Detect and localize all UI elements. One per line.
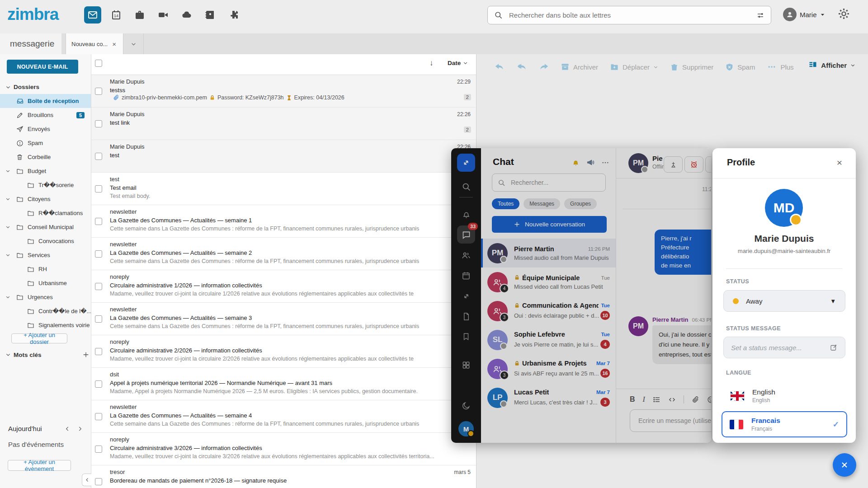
alarm-clock-button[interactable] [684,156,703,173]
mail-list-row[interactable]: tresor mars 5 Bordereau de mandats de pa… [91,465,476,488]
sidebar-folder[interactable]: Services [0,248,91,262]
close-chat-fab[interactable] [833,453,856,477]
chevron-down-icon[interactable] [5,197,12,202]
sidebar-folder[interactable]: Brouillons 5 [0,108,91,122]
cloud-app-button[interactable] [178,6,195,23]
calendar-app-button[interactable]: 14 [108,6,125,23]
user-menu[interactable]: Marie [783,8,825,21]
sidebar-folder[interactable]: Envoyés [0,122,91,136]
code-button[interactable] [668,396,676,404]
mail-list-row[interactable]: Marie Dupuis 22:29 testss zimbra10-priv-… [91,75,476,108]
sidebar-folder[interactable]: Convocations [0,234,91,248]
more-button[interactable]: Plus [767,62,793,71]
conversation-item[interactable]: 3 Urbanisme & Projets Mar 7 Si avis ABF … [481,354,616,383]
files-rail-icon[interactable] [457,307,475,325]
row-checkbox[interactable] [95,478,102,485]
attach-button[interactable] [692,396,699,404]
emoji-button[interactable] [707,396,711,404]
sidebar-folder[interactable]: Tr��sorerie [0,178,91,192]
language-option-english[interactable]: English English [723,384,845,408]
row-checkbox[interactable] [95,88,102,95]
mail-list-row[interactable]: Marie Dupuis 22:26 test 2 [91,140,476,173]
row-checkbox[interactable] [95,348,102,355]
filter-all-pill[interactable]: Toutes [492,198,519,209]
add-folder-button[interactable]: + Ajouter un dossier [11,333,67,343]
mail-list-row[interactable]: test Test email Test email body. [91,173,476,205]
row-checkbox[interactable] [95,218,102,225]
chevron-down-icon[interactable] [5,295,12,300]
add-event-button[interactable]: + Ajouter un évènement [8,460,71,471]
row-checkbox[interactable] [95,120,102,127]
spam-button[interactable]: Spam [725,63,755,71]
new-conversation-button[interactable]: Nouvelle conversation [492,216,607,233]
row-checkbox[interactable] [95,283,102,290]
contacts-rail-icon[interactable] [457,246,475,264]
row-checkbox[interactable] [95,315,102,323]
sidebar-folder[interactable]: Spam [0,136,91,150]
sidebar-folder[interactable]: RH [0,262,91,276]
row-checkbox[interactable] [95,413,102,420]
move-button[interactable]: Déplacer [610,62,658,71]
sidebar-folder[interactable]: Citoyens [0,192,91,206]
sidebar-folder[interactable]: Urgences [0,290,91,304]
bold-button[interactable]: B [630,395,635,404]
chat-search-input[interactable] [510,178,600,187]
mail-list-row[interactable]: Marie Dupuis 22:26 test link 2 [91,108,476,140]
message-input[interactable]: Ecrire un message (utilisez @ [630,409,711,432]
row-checkbox[interactable] [95,153,102,160]
chat-menu-icon[interactable] [601,159,609,167]
conversation-item[interactable]: 3 Communication & Agenda Tue Oui : devis… [481,296,616,325]
reply-button[interactable] [495,62,505,72]
tab-close-icon[interactable]: × [112,40,116,48]
tab-nouveau-courriel[interactable]: Nouveau co... × [66,33,123,54]
archive-button[interactable]: Archiver [561,62,598,71]
sidebar-folder[interactable]: Boîte de réception [0,94,91,108]
chat-search-rail-icon[interactable] [457,178,475,196]
filter-messages-pill[interactable]: Messages [524,198,560,209]
row-checkbox[interactable] [95,380,102,388]
sidebar-folder[interactable]: Conseil Municipal [0,220,91,234]
tags-section-header[interactable]: Mots clés [0,347,97,362]
connections-rail-icon[interactable] [457,287,475,305]
status-select[interactable]: Away ▼ [723,290,845,312]
global-search[interactable] [487,6,771,24]
mail-list-row[interactable]: noreply mars 8 Circulaire administrative… [91,433,476,465]
reply-all-button[interactable] [516,62,527,72]
chevron-down-icon[interactable] [5,253,12,258]
folders-section-header[interactable]: Dossiers [0,80,91,94]
next-day-icon[interactable] [77,426,83,432]
sidebar-folder[interactable]: Signalements voirie [0,318,91,332]
dark-mode-moon-icon[interactable] [457,397,475,415]
extensions-app-button[interactable] [225,6,242,23]
status-message-input[interactable]: Set a status message... [723,337,845,358]
tab-dropdown-button[interactable] [123,33,144,54]
sidebar-folder[interactable]: Budget [0,164,91,178]
announcement-icon[interactable] [586,158,595,167]
sort-by-date-button[interactable]: Date [448,60,468,66]
apps-grid-rail-icon[interactable] [457,356,475,374]
sort-direction-icon[interactable]: ↓ [429,59,434,68]
share-screen-button[interactable] [664,156,683,173]
sidebar-folder[interactable]: Contr��le de l�... [0,304,91,318]
conversation-item[interactable]: 4 Équipe Municipale Tue Missed video cal… [481,267,616,296]
bookmark-rail-icon[interactable] [457,328,475,346]
mail-list-row[interactable]: noreply Circulaire administrative 1/2026… [91,270,476,303]
sidebar-folder[interactable]: Urbanisme [0,276,91,290]
language-option-francais[interactable]: Francais Français ✓ [722,411,847,437]
sidebar-folder[interactable]: R��clamations [0,206,91,220]
italic-button[interactable]: I [643,395,645,404]
conversation-item[interactable]: PM Pierre Martin 11:26 PM Missed audio c… [481,239,616,267]
conversation-item[interactable]: LP Lucas Petit Mar 7 Merci Lucas, c'est … [481,383,616,412]
row-checkbox[interactable] [95,446,102,453]
row-checkbox[interactable] [95,185,102,192]
mail-list-row[interactable]: newsletter La Gazette des Communes — Act… [91,303,476,335]
filter-groups-pill[interactable]: Groupes [564,198,597,209]
collapse-sidebar-button[interactable] [82,474,92,486]
prev-day-icon[interactable] [64,426,71,432]
settings-gear-button[interactable] [837,7,850,20]
mail-list-row[interactable]: noreply Circulaire administrative 2/2026… [91,335,476,368]
row-checkbox[interactable] [95,250,102,258]
close-icon[interactable]: × [837,157,842,168]
conversation-item[interactable]: SL Sophie Lefebvre Tue Je vois Pierre ce… [481,325,616,354]
notifications-bell-icon[interactable] [457,205,475,223]
